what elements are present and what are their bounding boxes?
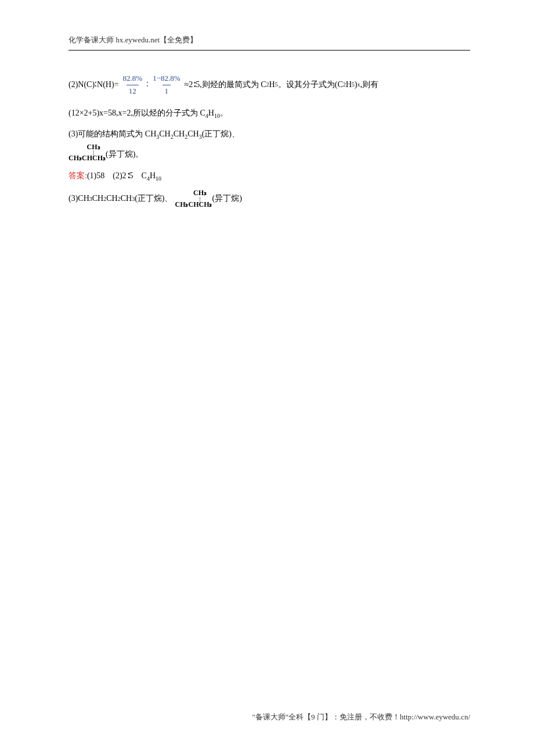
answer-label: 答案: (68, 171, 87, 180)
fraction-denominator: 1 (163, 85, 171, 98)
isobutane-structure-line: CH₃ | CH₃CHCH₃ (异丁烷)。 (68, 143, 470, 162)
text-segment: ,则有 (360, 78, 379, 91)
structure-bottom: CH₃CHCH₃ (175, 201, 212, 208)
page-footer: "备课大师"全科【9 门】：免注册，不收费！http://www.eywedu.… (252, 712, 470, 722)
text-segment: (3)可能的结构简式为 CH (68, 129, 156, 138)
fraction-2: 1−82.8% 1 (150, 73, 182, 98)
isobutane-structure-icon: CH₃ | CH₃CHCH₃ (68, 143, 106, 162)
text-segment: (12×2+5)x=58,x=2,所以烃的分子式为 C (68, 109, 205, 117)
text-segment: H (208, 109, 214, 117)
subscript: 10 (156, 175, 161, 181)
text-segment: (2)N(C)∶N(H)= (68, 78, 119, 91)
isobutane-structure-icon: CH₃ | CH₃CHCH₃ (175, 189, 212, 208)
text-segment: (1)58 (2)2∶5 C (87, 171, 147, 180)
text-segment: CH (174, 129, 185, 138)
text-segment: ≈2∶5,则烃的最简式为 C (185, 78, 266, 91)
text-segment: CH (92, 192, 103, 205)
answer-line-3: (3)CH3CH2CH2CH3(正丁烷)、 CH₃ | CH₃CHCH₃ (异丁… (68, 189, 470, 208)
text-segment: (3)CH (68, 192, 89, 205)
colon-separator: ∶ (146, 78, 149, 91)
solution-line-2: (2)N(C)∶N(H)= 82.8% 12 ∶ 1−82.8% 1 ≈2∶5,… (68, 73, 470, 98)
page-header: 化学备课大师 hx.eywedu.net【全免费】 (68, 35, 470, 51)
text-segment: H (346, 78, 352, 91)
solution-line-3: (12×2+5)x=58,x=2,所以烃的分子式为 C4H10。 (68, 106, 470, 121)
text-segment: CH (106, 192, 117, 205)
fraction-1: 82.8% 12 (121, 73, 145, 98)
text-segment: CH (159, 129, 170, 138)
answer-line-1: 答案:(1)58 (2)2∶5 C4H10 (68, 168, 470, 184)
text-segment: H (269, 78, 275, 91)
text-segment: CH (187, 129, 199, 138)
text-segment: 。 (220, 109, 228, 117)
text-segment: H (150, 171, 156, 180)
fraction-denominator: 12 (127, 85, 139, 98)
structure-top: CH₃ (175, 189, 212, 197)
text-segment: (正丁烷)、 (135, 192, 172, 205)
document-page: 化学备课大师 hx.eywedu.net【全免费】 (2)N(C)∶N(H)= … (0, 0, 534, 208)
fraction-numerator: 1−82.8% (150, 73, 182, 85)
structure-top: CH₃ (68, 143, 106, 151)
fraction-numerator: 82.8% (121, 73, 145, 85)
footer-text: "备课大师"全科【9 门】：免注册，不收费！http://www.eywedu.… (252, 712, 470, 721)
text-segment: (正丁烷)、 (202, 129, 240, 138)
text-segment: 。设其分子式为(C (278, 78, 343, 91)
text-segment: (异丁烷)。 (106, 150, 143, 159)
text-segment: CH (121, 192, 132, 205)
header-text: 化学备课大师 hx.eywedu.net【全免费】 (68, 35, 197, 44)
structure-bottom: CH₃CHCH₃ (68, 154, 106, 162)
subscript: 10 (214, 112, 220, 118)
solution-line-4: (3)可能的结构简式为 CH3CH2CH2CH3(正丁烷)、 (68, 127, 470, 142)
text-segment: (异丁烷) (212, 192, 241, 205)
